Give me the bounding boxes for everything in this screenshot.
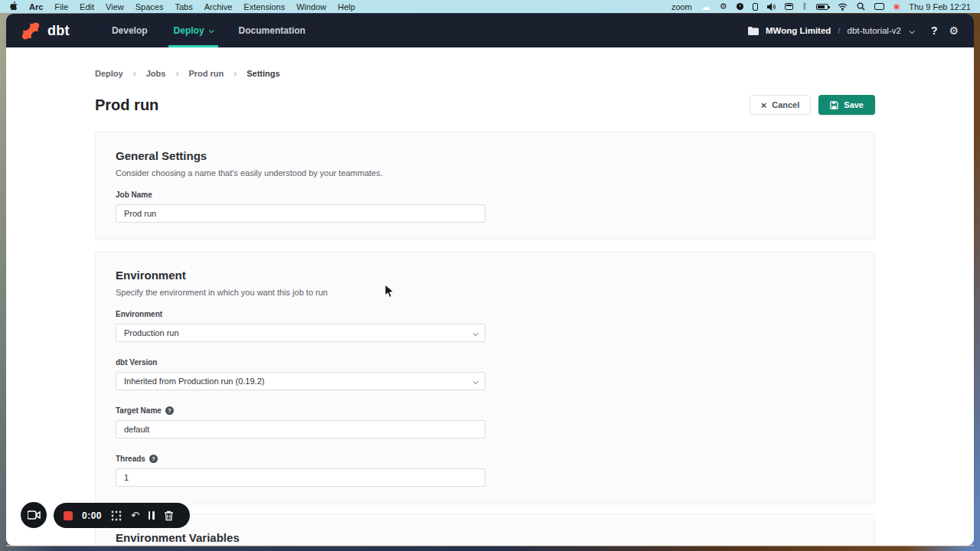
target-name-field-group: Target Name ? — [116, 406, 854, 439]
apple-menu-icon[interactable] — [9, 2, 18, 12]
clock-app-icon[interactable] — [737, 2, 743, 11]
volume-icon[interactable] — [767, 2, 776, 11]
recording-timer: 0:00 — [82, 510, 102, 521]
folder-icon — [748, 27, 759, 35]
settings-status-icon[interactable]: ⚙ — [720, 2, 727, 11]
menubar-item-view[interactable]: View — [106, 2, 124, 11]
camera-toggle-button[interactable] — [21, 502, 47, 528]
menubar-status-area: zoom ☁ ⚙ ᛒ Thu 9 Feb 12:21 — [671, 2, 971, 11]
menubar-item-tabs[interactable]: Tabs — [175, 2, 192, 11]
nav-item-documentation[interactable]: Documentation — [226, 14, 318, 47]
menubar-item-extensions[interactable]: Extensions — [243, 2, 285, 11]
browser-window: dbt Develop Deploy Documentation MWong L… — [6, 14, 974, 546]
video-camera-icon — [28, 510, 41, 520]
menubar-app-name[interactable]: Arc — [29, 2, 43, 11]
environment-label: Environment — [116, 310, 854, 318]
help-tooltip-icon[interactable]: ? — [165, 406, 174, 415]
undo-button[interactable]: ↶ — [131, 510, 139, 520]
chevron-down-icon — [473, 328, 477, 337]
macos-menubar: Arc File Edit View Spaces Tabs Archive E… — [0, 0, 980, 13]
target-name-input[interactable] — [116, 420, 485, 439]
dbt-app-header: dbt Develop Deploy Documentation MWong L… — [6, 14, 974, 47]
save-icon — [830, 101, 838, 109]
zoom-menu-item[interactable]: zoom — [671, 2, 692, 11]
threads-label: Threads ? — [116, 455, 854, 463]
main-nav: Develop Deploy Documentation — [99, 14, 318, 47]
calendar-status-icon[interactable] — [785, 2, 793, 11]
delete-recording-button[interactable] — [164, 510, 174, 521]
breadcrumb: Deploy › Jobs › Prod run › Settings — [95, 68, 875, 79]
dbt-version-field-group: dbt Version Inherited from Production ru… — [116, 358, 854, 390]
job-name-field-group: Job Name — [116, 191, 854, 223]
environment-subtitle: Specify the environment in which you wan… — [116, 288, 854, 297]
breadcrumb-separator-icon: › — [133, 68, 136, 79]
account-separator: / — [838, 26, 840, 35]
stop-recording-button[interactable] — [64, 511, 73, 520]
recording-toolbar: 0:00 ↶ — [54, 503, 190, 528]
breadcrumb-settings: Settings — [247, 69, 279, 78]
target-name-label: Target Name ? — [116, 406, 854, 415]
capture-region-button[interactable] — [111, 510, 122, 521]
help-icon[interactable]: ? — [931, 24, 938, 37]
menubar-menus: Arc File Edit View Spaces Tabs Archive E… — [9, 2, 355, 12]
cloud-status-icon[interactable]: ☁ — [701, 2, 710, 11]
close-icon: × — [761, 100, 767, 110]
dbt-logo-icon — [21, 21, 42, 41]
desktop-wallpaper: dbt Develop Deploy Documentation MWong L… — [0, 13, 980, 551]
menubar-item-window[interactable]: Window — [296, 2, 326, 11]
bluetooth-icon[interactable]: ᛒ — [802, 2, 808, 11]
breadcrumb-deploy[interactable]: Deploy — [95, 69, 123, 78]
page-actions: × Cancel Save — [750, 95, 875, 115]
nav-item-deploy[interactable]: Deploy — [161, 14, 226, 47]
chevron-down-icon — [473, 377, 477, 386]
nav-item-develop[interactable]: Develop — [99, 14, 161, 47]
environment-select[interactable]: Production run — [116, 324, 485, 342]
threads-field-group: Threads ? — [116, 455, 854, 487]
breadcrumb-prod-run[interactable]: Prod run — [188, 69, 224, 78]
chevron-down-icon — [208, 28, 214, 33]
recording-indicator-icon[interactable] — [893, 2, 900, 11]
threads-input[interactable] — [116, 468, 485, 487]
app-status-icon[interactable] — [753, 2, 758, 11]
wifi-icon[interactable] — [838, 2, 848, 11]
apple-icon — [9, 2, 18, 11]
menubar-item-help[interactable]: Help — [338, 2, 355, 11]
job-name-label: Job Name — [116, 191, 854, 199]
account-name[interactable]: MWong Limited — [766, 26, 831, 35]
project-selector[interactable]: dbt-tutorial-v2 — [848, 26, 901, 35]
job-name-input[interactable] — [116, 204, 485, 223]
dbt-logo-text: dbt — [47, 23, 70, 39]
environment-variables-heading: Environment Variables — [116, 531, 854, 544]
environment-field-group: Environment Production run — [116, 310, 854, 342]
menubar-item-spaces[interactable]: Spaces — [136, 2, 164, 11]
page-title: Prod run — [95, 96, 158, 114]
menubar-item-archive[interactable]: Archive — [204, 2, 233, 11]
menubar-item-edit[interactable]: Edit — [80, 2, 94, 11]
gear-icon[interactable]: ⚙ — [949, 24, 959, 37]
dbt-version-label: dbt Version — [116, 358, 854, 367]
general-settings-card: General Settings Consider choosing a nam… — [95, 132, 875, 240]
dbt-version-select[interactable]: Inherited from Production run (0.19.2) — [116, 372, 485, 390]
general-settings-subtitle: Consider choosing a name that's easily u… — [116, 168, 854, 178]
project-chevron-icon[interactable] — [910, 26, 913, 35]
pause-recording-button[interactable] — [149, 511, 155, 520]
title-row: Prod run × Cancel Save — [95, 95, 875, 115]
breadcrumb-separator-icon: › — [175, 68, 178, 79]
environment-heading: Environment — [116, 269, 854, 282]
help-tooltip-icon[interactable]: ? — [149, 455, 158, 463]
environment-variables-card: Environment Variables Job level override… — [95, 514, 875, 546]
save-button[interactable]: Save — [818, 95, 875, 115]
menubar-item-file[interactable]: File — [54, 2, 68, 11]
spotlight-search-icon[interactable] — [857, 2, 865, 11]
menubar-clock[interactable]: Thu 9 Feb 12:21 — [909, 2, 971, 11]
general-settings-heading: General Settings — [116, 149, 854, 162]
cancel-button[interactable]: × Cancel — [750, 95, 812, 115]
battery-icon[interactable] — [816, 2, 828, 11]
breadcrumb-jobs[interactable]: Jobs — [146, 69, 166, 78]
dbt-logo[interactable]: dbt — [21, 21, 70, 41]
header-right: MWong Limited / dbt-tutorial-v2 ? ⚙ — [748, 24, 959, 37]
environment-card: Environment Specify the environment in w… — [95, 251, 875, 504]
control-center-icon[interactable] — [874, 2, 884, 11]
screen: Arc File Edit View Spaces Tabs Archive E… — [0, 0, 980, 551]
breadcrumb-separator-icon: › — [234, 68, 237, 79]
